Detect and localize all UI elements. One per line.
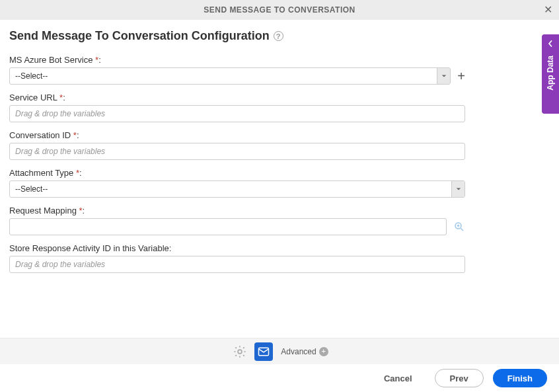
chevron-left-icon — [547, 38, 554, 49]
field-request-mapping: Request Mapping *: — [9, 206, 465, 235]
input-conversation-id[interactable] — [9, 143, 465, 160]
close-icon[interactable]: ✕ — [544, 5, 552, 15]
advanced-label-text: Advanced — [281, 347, 316, 356]
field-azure-bot: MS Azure Bot Service *: --Select-- + — [9, 55, 465, 85]
label-text: Service URL — [9, 93, 57, 102]
label-attachment-type: Attachment Type *: — [9, 168, 465, 178]
label-colon: : — [79, 168, 82, 178]
label-colon: : — [83, 206, 85, 216]
svg-point-4 — [238, 350, 242, 354]
finish-button[interactable]: Finish — [493, 369, 547, 387]
field-service-url: Service URL *: — [9, 93, 465, 122]
label-conversation-id: Conversation ID *: — [9, 130, 465, 140]
field-conversation-id: Conversation ID *: — [9, 130, 465, 160]
input-store-response[interactable] — [9, 256, 465, 273]
help-icon[interactable]: ? — [274, 31, 283, 41]
select-azure-bot-wrap: --Select-- — [9, 67, 451, 85]
label-text: MS Azure Bot Service — [9, 55, 93, 65]
svg-line-1 — [461, 228, 463, 231]
label-text: Conversation ID — [9, 130, 71, 140]
dialog-title: SEND MESSAGE TO CONVERSATION — [204, 5, 355, 15]
label-colon: : — [77, 130, 79, 140]
select-value: --Select-- — [10, 184, 48, 194]
label-text: Request Mapping — [9, 206, 77, 216]
chevron-down-icon — [437, 68, 450, 84]
field-attachment-type: Attachment Type *: --Select-- — [9, 168, 465, 198]
input-request-mapping[interactable] — [9, 218, 447, 235]
plus-icon: + — [319, 347, 328, 356]
select-attachment-type[interactable]: --Select-- — [9, 180, 465, 198]
field-row — [9, 218, 465, 235]
add-azure-bot-button[interactable]: + — [457, 69, 465, 83]
input-service-url[interactable] — [9, 105, 465, 122]
message-tab-button[interactable] — [254, 342, 273, 361]
label-azure-bot: MS Azure Bot Service *: — [9, 55, 465, 65]
label-colon: : — [63, 93, 65, 102]
select-value: --Select-- — [10, 71, 48, 81]
select-azure-bot[interactable]: --Select-- — [9, 67, 451, 85]
form-content: Send Message To Conversation Configurati… — [0, 20, 559, 273]
cancel-button[interactable]: Cancel — [371, 369, 426, 387]
app-data-panel-toggle[interactable]: App Data — [542, 34, 559, 114]
page-title: Send Message To Conversation Configurati… — [9, 29, 270, 43]
label-service-url: Service URL *: — [9, 93, 465, 102]
chevron-down-icon — [451, 181, 465, 197]
field-row: --Select-- + — [9, 67, 465, 85]
mapping-lookup-icon[interactable] — [453, 221, 465, 233]
label-store-response: Store Response Activity ID in this Varia… — [9, 243, 465, 253]
label-request-mapping: Request Mapping *: — [9, 206, 465, 216]
tab-footer: Advanced + — [0, 338, 559, 364]
settings-tab-button[interactable] — [231, 342, 249, 361]
advanced-toggle[interactable]: Advanced + — [281, 347, 328, 356]
prev-button[interactable]: Prev — [435, 369, 484, 387]
dialog-header: SEND MESSAGE TO CONVERSATION ✕ — [0, 0, 559, 20]
page-title-row: Send Message To Conversation Configurati… — [9, 29, 550, 43]
label-colon: : — [98, 55, 101, 65]
app-data-label: App Data — [546, 56, 555, 91]
label-text: Attachment Type — [9, 168, 73, 178]
button-footer: Cancel Prev Finish — [0, 364, 559, 392]
field-store-response: Store Response Activity ID in this Varia… — [9, 243, 465, 273]
